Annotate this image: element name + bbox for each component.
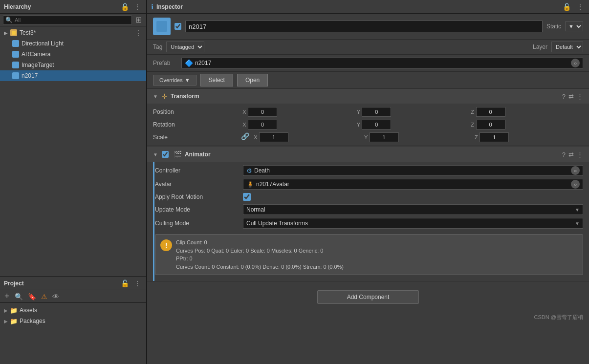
camera-icon — [12, 50, 20, 58]
project-panel: Project 🔓 ⋮ + 🔍 🔖 ⚠ 👁 ▶ 📁 Assets — [0, 276, 146, 364]
prefab-circle-btn[interactable]: ○ — [571, 59, 580, 67]
transform-more-icon[interactable]: ⋮ — [577, 93, 583, 100]
object-active-checkbox[interactable] — [175, 23, 181, 30]
apply-root-motion-label: Apply Root Motion — [155, 193, 243, 200]
inspector-lock-icon[interactable]: 🔓 — [561, 2, 572, 11]
position-x-input[interactable] — [248, 107, 277, 117]
open-button[interactable]: Open — [237, 74, 268, 86]
rotation-x-label: X — [241, 122, 248, 128]
project-list: ▶ 📁 Assets ▶ 📁 Packages — [0, 303, 146, 328]
transform-arrow-icon: ▼ — [153, 94, 158, 99]
transform-header-icons: ? ⇄ ⋮ — [562, 93, 583, 100]
inspector-more-icon[interactable]: ⋮ — [575, 2, 585, 11]
overrides-arrow-icon: ▼ — [185, 77, 190, 83]
overrides-button[interactable]: Overrides ▼ — [153, 75, 196, 86]
hierarchy-filter-icon[interactable]: ⊞ — [134, 15, 143, 25]
alert-icon[interactable]: ⚠ — [40, 292, 49, 301]
transform-body: Position X Y Z — [147, 104, 589, 146]
controller-value: Death — [254, 167, 270, 174]
position-y-input[interactable] — [362, 107, 391, 117]
scale-x-input[interactable] — [259, 132, 288, 142]
transform-header[interactable]: ▼ ✛ Transform ? ⇄ ⋮ — [147, 89, 589, 104]
update-mode-dropdown[interactable]: Normal ▼ — [243, 204, 583, 215]
hierarchy-more-icon[interactable]: ⋮ — [132, 2, 142, 11]
warning-box: ! Clip Count: 0 Curves Pos: 0 Quat: 0 Eu… — [155, 234, 583, 275]
rotation-z-input[interactable] — [476, 120, 505, 129]
animator-active-checkbox[interactable] — [162, 151, 169, 158]
select-button[interactable]: Select — [200, 74, 233, 86]
culling-mode-value: Cull Update Transforms — [246, 220, 308, 227]
scale-y-item: Y — [363, 132, 473, 142]
rotation-y-input[interactable] — [362, 120, 391, 129]
rotation-x-input[interactable] — [248, 120, 277, 129]
csdn-watermark: CSDN @雪弯了眉梢 — [147, 312, 589, 323]
scale-z-label: Z — [473, 134, 480, 140]
light-icon — [12, 40, 20, 47]
project-folder-packages[interactable]: ▶ 📁 Packages — [4, 316, 142, 326]
project-header: Project 🔓 ⋮ — [0, 277, 146, 290]
hierarchy-header: Hierarchy 🔓 ⋮ — [0, 0, 146, 14]
hierarchy-lock-icon[interactable]: 🔓 — [119, 2, 131, 11]
folder-arrow-icon: ▶ — [4, 319, 10, 324]
scale-x-item: X — [252, 132, 363, 142]
position-y-item: Y — [355, 107, 469, 117]
hierarchy-search-box[interactable]: 🔍 — [3, 15, 132, 25]
object-big-icon — [153, 18, 171, 35]
rotation-label: Rotation — [153, 121, 241, 128]
scale-link-icon: 🔗 — [241, 132, 249, 142]
overrides-label: Overrides — [159, 77, 183, 83]
overrides-row: Overrides ▼ Select Open — [147, 72, 589, 89]
project-more-icon[interactable]: ⋮ — [132, 279, 142, 288]
prefab-row: Prefab 🔷 n2017 ○ — [147, 55, 589, 72]
transform-help-icon[interactable]: ? — [562, 93, 566, 100]
hierarchy-title: Hierarchy — [4, 3, 31, 10]
search-icon[interactable]: 🔍 — [13, 292, 24, 301]
animator-bar — [153, 162, 154, 281]
position-x-label: X — [241, 109, 248, 115]
hierarchy-item-imagetarget[interactable]: ImageTarget — [0, 60, 146, 70]
folder-label: Assets — [20, 307, 37, 314]
rotation-x-item: X — [241, 120, 355, 129]
static-label: Static — [546, 23, 561, 30]
culling-mode-label: Culling Mode — [155, 220, 243, 227]
project-folder-assets[interactable]: ▶ 📁 Assets — [4, 305, 142, 316]
hierarchy-item-n2017[interactable]: n2017 — [0, 70, 146, 81]
create-icon[interactable]: + — [3, 291, 11, 302]
hierarchy-item-test3[interactable]: ▶ Test3* ⋮ — [0, 27, 146, 38]
hierarchy-search-input[interactable] — [15, 17, 130, 23]
animator-arrow-icon: ▼ — [153, 152, 158, 157]
hierarchy-item-more-icon[interactable]: ⋮ — [134, 28, 142, 38]
animator-settings-icon[interactable]: ⇄ — [568, 151, 574, 158]
position-z-label: Z — [469, 109, 476, 115]
scale-z-input[interactable] — [480, 132, 509, 142]
avatar-pick-btn[interactable]: ○ — [571, 180, 580, 189]
update-mode-row: Update Mode Normal ▼ — [149, 203, 589, 216]
tag-dropdown[interactable]: Untagged — [166, 42, 204, 52]
animator-help-icon[interactable]: ? — [562, 151, 566, 158]
apply-root-motion-checkbox[interactable] — [243, 193, 251, 201]
controller-pick-btn[interactable]: ○ — [571, 166, 580, 175]
static-dropdown[interactable]: ▼ — [565, 21, 583, 31]
culling-mode-dropdown[interactable]: Cull Update Transforms ▼ — [243, 218, 583, 229]
add-component-button[interactable]: Add Component — [317, 290, 419, 304]
culling-mode-arrow-icon: ▼ — [575, 221, 580, 226]
update-mode-value: Normal — [246, 206, 265, 213]
update-mode-label: Update Mode — [155, 206, 243, 213]
controller-label: Controller — [155, 167, 243, 174]
visibility-icon[interactable]: 👁 — [51, 292, 61, 301]
scale-y-input[interactable] — [370, 132, 399, 142]
scale-x-label: X — [252, 134, 259, 140]
layer-dropdown[interactable]: Default — [551, 42, 583, 52]
project-lock-icon[interactable]: 🔓 — [119, 279, 131, 288]
position-z-input[interactable] — [476, 107, 505, 117]
bookmark-icon[interactable]: 🔖 — [26, 292, 38, 301]
object-name-input[interactable] — [185, 21, 543, 32]
transform-settings-icon[interactable]: ⇄ — [568, 93, 574, 100]
folder-icon: 📁 — [10, 307, 18, 314]
hierarchy-item-arcamera[interactable]: ARCamera — [0, 49, 146, 60]
animator-header[interactable]: ▼ 🎬 Animator ? ⇄ ⋮ — [147, 147, 589, 162]
prefab-icon: 🔷 — [185, 59, 193, 67]
animator-component: ▼ 🎬 Animator ? ⇄ ⋮ Controller — [147, 147, 589, 281]
hierarchy-item-directional-light[interactable]: Directional Light — [0, 38, 146, 49]
animator-more-icon[interactable]: ⋮ — [577, 151, 583, 158]
